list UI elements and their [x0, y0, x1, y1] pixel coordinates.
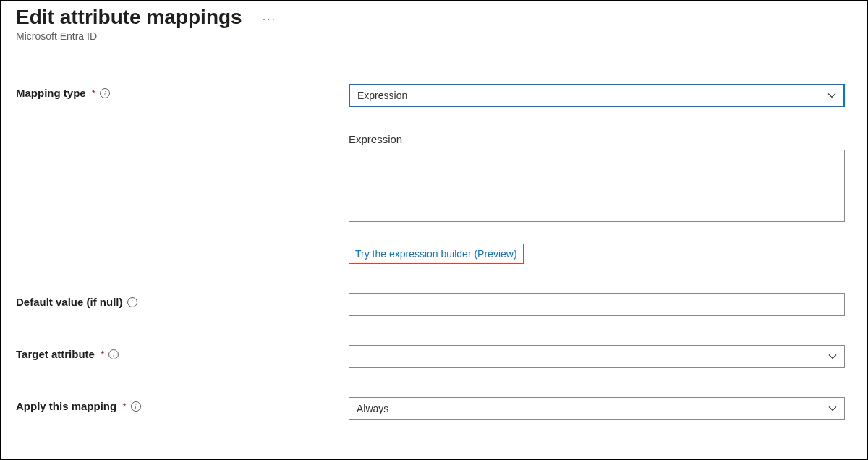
- required-indicator: *: [101, 349, 104, 360]
- target-attribute-dropdown[interactable]: [349, 345, 845, 368]
- default-value-input[interactable]: [349, 293, 845, 316]
- info-icon[interactable]: i: [127, 297, 137, 307]
- info-icon[interactable]: i: [109, 349, 119, 359]
- target-attribute-label: Target attribute: [16, 348, 95, 360]
- target-attribute-row: Target attribute * i: [16, 345, 852, 368]
- expression-label: Expression: [349, 133, 845, 145]
- apply-mapping-label: Apply this mapping: [16, 400, 116, 412]
- apply-mapping-value: Always: [357, 403, 388, 414]
- mapping-type-dropdown[interactable]: Expression: [349, 84, 845, 107]
- info-icon[interactable]: i: [100, 88, 110, 98]
- header: Edit attribute mappings ···: [16, 6, 852, 29]
- page-title: Edit attribute mappings: [16, 6, 242, 29]
- page-subtitle: Microsoft Entra ID: [16, 30, 852, 42]
- required-indicator: *: [122, 401, 126, 412]
- chevron-down-icon: [827, 91, 836, 100]
- expression-textarea[interactable]: [349, 150, 845, 222]
- edit-attribute-mappings-panel: Edit attribute mappings ··· Microsoft En…: [0, 0, 868, 460]
- required-indicator: *: [92, 88, 95, 99]
- expression-builder-highlight: Try the expression builder (Preview): [349, 244, 524, 264]
- mapping-type-value: Expression: [357, 90, 407, 101]
- default-value-row: Default value (if null) i: [16, 293, 852, 316]
- expression-block: Expression: [349, 133, 845, 225]
- more-actions-button[interactable]: ···: [263, 9, 276, 26]
- apply-mapping-dropdown[interactable]: Always: [349, 397, 845, 420]
- info-icon[interactable]: i: [131, 401, 141, 412]
- mapping-type-label: Mapping type: [16, 87, 86, 99]
- chevron-down-icon: [828, 404, 837, 413]
- mapping-type-row: Mapping type * i Expression Expression T…: [16, 84, 852, 264]
- chevron-down-icon: [828, 352, 837, 361]
- default-value-label: Default value (if null): [16, 296, 123, 308]
- expression-builder-link[interactable]: Try the expression builder (Preview): [355, 248, 517, 260]
- apply-mapping-row: Apply this mapping * i Always: [16, 397, 852, 420]
